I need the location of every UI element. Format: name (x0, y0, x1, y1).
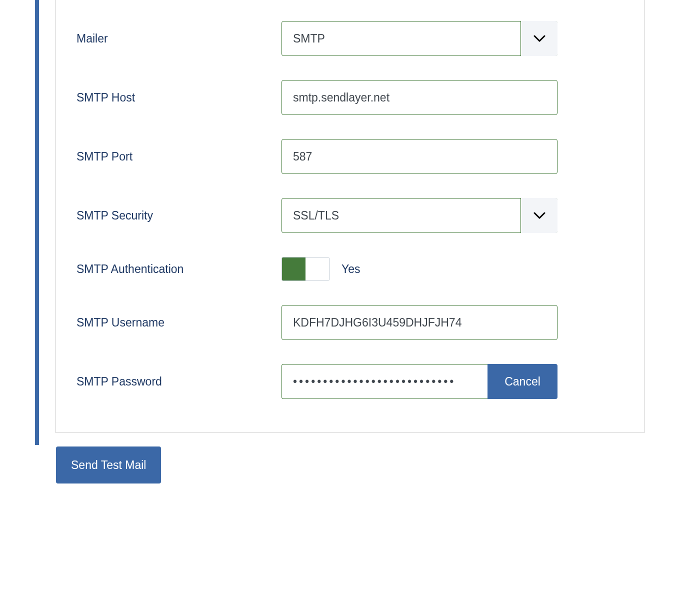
smtp-username-label: SMTP Username (76, 316, 282, 330)
smtp-username-row: SMTP Username (76, 293, 624, 352)
mailer-value: SMTP (293, 32, 325, 46)
toggle-on-segment (282, 258, 306, 280)
smtp-security-label: SMTP Security (76, 209, 282, 222)
smtp-auth-toggle[interactable] (282, 257, 330, 281)
smtp-password-label: SMTP Password (76, 375, 282, 388)
smtp-auth-label: SMTP Authentication (76, 262, 282, 276)
smtp-port-row: SMTP Port (76, 127, 624, 186)
mailer-row: Mailer SMTP (76, 9, 624, 68)
smtp-username-input[interactable] (282, 305, 558, 340)
smtp-host-label: SMTP Host (76, 91, 282, 104)
smtp-port-input[interactable] (282, 139, 558, 174)
send-test-mail-button[interactable]: Send Test Mail (56, 446, 161, 484)
mail-settings-panel: Mailer SMTP SMTP Host SMTP Port (55, 0, 645, 432)
smtp-security-row: SMTP Security SSL/TLS (76, 186, 624, 245)
toggle-off-segment (306, 258, 329, 280)
smtp-password-input[interactable] (282, 364, 488, 399)
sidebar-active-indicator (35, 0, 39, 445)
smtp-password-row: SMTP Password Cancel (76, 352, 624, 411)
smtp-host-input[interactable] (282, 80, 558, 115)
mailer-label: Mailer (76, 32, 282, 46)
cancel-button[interactable]: Cancel (488, 364, 558, 399)
smtp-security-select[interactable]: SSL/TLS (282, 198, 558, 233)
smtp-host-row: SMTP Host (76, 68, 624, 127)
smtp-port-label: SMTP Port (76, 150, 282, 164)
smtp-auth-value: Yes (342, 262, 360, 276)
smtp-security-value: SSL/TLS (293, 209, 339, 222)
mailer-select[interactable]: SMTP (282, 21, 558, 56)
smtp-auth-row: SMTP Authentication Yes (76, 245, 624, 293)
